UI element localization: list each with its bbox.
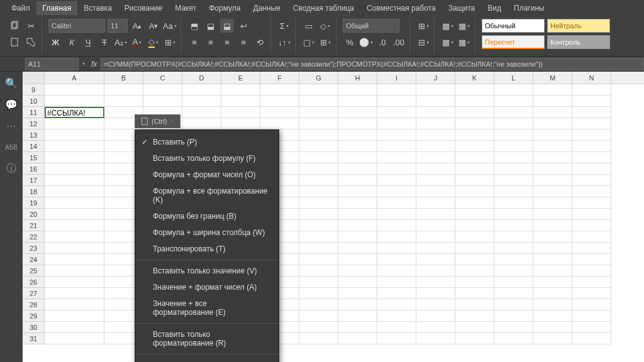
- cell[interactable]: [455, 265, 494, 277]
- row-header[interactable]: 31: [23, 333, 45, 344]
- style-normal[interactable]: Обычный: [482, 19, 545, 33]
- cell[interactable]: [572, 299, 611, 310]
- cell[interactable]: [416, 96, 455, 107]
- font-size-input[interactable]: [108, 19, 128, 33]
- cell[interactable]: [455, 141, 494, 152]
- cell[interactable]: [377, 243, 416, 254]
- column-header[interactable]: B: [104, 72, 143, 84]
- cell[interactable]: [416, 129, 455, 141]
- cell[interactable]: [455, 277, 494, 288]
- cell[interactable]: [338, 107, 377, 118]
- chat-icon[interactable]: ⋯: [5, 119, 18, 132]
- row-header[interactable]: 10: [23, 96, 45, 107]
- cell[interactable]: [494, 129, 533, 141]
- cell[interactable]: [455, 84, 494, 96]
- cell[interactable]: [533, 118, 572, 129]
- cell[interactable]: [494, 186, 533, 197]
- cell[interactable]: [377, 84, 416, 96]
- row-header[interactable]: 17: [23, 175, 45, 186]
- formula-input[interactable]: [101, 58, 644, 70]
- context-menu-item[interactable]: Значение + все форматирование (E): [135, 295, 279, 321]
- cell[interactable]: [455, 96, 494, 107]
- cell[interactable]: [45, 152, 104, 163]
- row-header[interactable]: 27: [23, 288, 45, 299]
- column-header[interactable]: F: [260, 72, 299, 84]
- context-menu-item[interactable]: Формула без границ (B): [135, 208, 279, 224]
- menu-макет[interactable]: Макет: [169, 1, 203, 15]
- cell[interactable]: [299, 288, 338, 299]
- table-template-icon[interactable]: ▦▾: [457, 19, 471, 33]
- cell[interactable]: [416, 333, 455, 344]
- cell[interactable]: [572, 231, 611, 243]
- cell[interactable]: [45, 141, 104, 152]
- column-header[interactable]: H: [338, 72, 377, 84]
- cell[interactable]: [572, 197, 611, 209]
- column-header[interactable]: I: [377, 72, 416, 84]
- cell[interactable]: [455, 243, 494, 254]
- cell[interactable]: [416, 288, 455, 299]
- menu-совместная работа[interactable]: Совместная работа: [360, 1, 442, 15]
- row-header[interactable]: 12: [23, 118, 45, 129]
- cell[interactable]: [260, 84, 299, 96]
- align-middle-icon[interactable]: ⬓: [204, 19, 218, 33]
- cell[interactable]: [45, 84, 104, 96]
- cell[interactable]: [494, 96, 533, 107]
- cell[interactable]: [533, 310, 572, 322]
- cell[interactable]: [143, 84, 182, 96]
- column-header[interactable]: D: [182, 72, 221, 84]
- cell[interactable]: [572, 141, 611, 152]
- column-header[interactable]: E: [221, 72, 260, 84]
- cell[interactable]: [45, 277, 104, 288]
- cell[interactable]: [572, 288, 611, 299]
- context-menu-item[interactable]: Формула + формат чисел (O): [135, 167, 279, 183]
- row-header[interactable]: 15: [23, 152, 45, 163]
- underline-icon[interactable]: Ч: [81, 35, 95, 49]
- accounting-icon[interactable]: ⚪▾: [359, 35, 373, 49]
- cell[interactable]: [299, 129, 338, 141]
- change-case-icon[interactable]: Aa▾: [163, 19, 177, 33]
- align-center-icon[interactable]: ≡: [204, 35, 218, 49]
- cell[interactable]: [455, 220, 494, 231]
- cell[interactable]: [455, 299, 494, 310]
- column-header[interactable]: J: [416, 72, 455, 84]
- cell[interactable]: [299, 84, 338, 96]
- cell[interactable]: [377, 299, 416, 310]
- cell[interactable]: [416, 322, 455, 333]
- cell[interactable]: [182, 96, 221, 107]
- cell[interactable]: [455, 322, 494, 333]
- cell[interactable]: [299, 197, 338, 209]
- menu-формула[interactable]: Формула: [203, 1, 247, 15]
- cell[interactable]: [338, 175, 377, 186]
- cell[interactable]: [494, 152, 533, 163]
- cell[interactable]: [455, 310, 494, 322]
- row-header[interactable]: 26: [23, 277, 45, 288]
- cell[interactable]: [338, 265, 377, 277]
- cell[interactable]: [338, 186, 377, 197]
- cell[interactable]: [377, 288, 416, 299]
- cell[interactable]: [377, 175, 416, 186]
- cell[interactable]: [377, 163, 416, 175]
- cell[interactable]: [572, 186, 611, 197]
- decrease-decimal-icon[interactable]: .0: [375, 35, 389, 49]
- cell[interactable]: [572, 333, 611, 344]
- cell[interactable]: [572, 163, 611, 175]
- column-header[interactable]: M: [533, 72, 572, 84]
- font-color-icon[interactable]: A▾: [130, 35, 144, 49]
- cell[interactable]: [45, 243, 104, 254]
- cell[interactable]: [338, 163, 377, 175]
- increase-font-icon[interactable]: A▴: [130, 19, 144, 33]
- cell[interactable]: [377, 186, 416, 197]
- cell[interactable]: [299, 175, 338, 186]
- percent-icon[interactable]: %: [343, 35, 357, 49]
- column-header[interactable]: N: [572, 72, 611, 84]
- row-header[interactable]: 22: [23, 231, 45, 243]
- select-all-corner[interactable]: [23, 72, 45, 84]
- cell[interactable]: [182, 118, 221, 129]
- cell-styles-icon[interactable]: ▦▾: [457, 35, 471, 49]
- cell[interactable]: [494, 231, 533, 243]
- cell[interactable]: [494, 84, 533, 96]
- cell[interactable]: [494, 322, 533, 333]
- copy-icon[interactable]: [8, 19, 21, 33]
- cell[interactable]: [533, 129, 572, 141]
- context-menu-item[interactable]: Значение + формат чисел (A): [135, 279, 279, 295]
